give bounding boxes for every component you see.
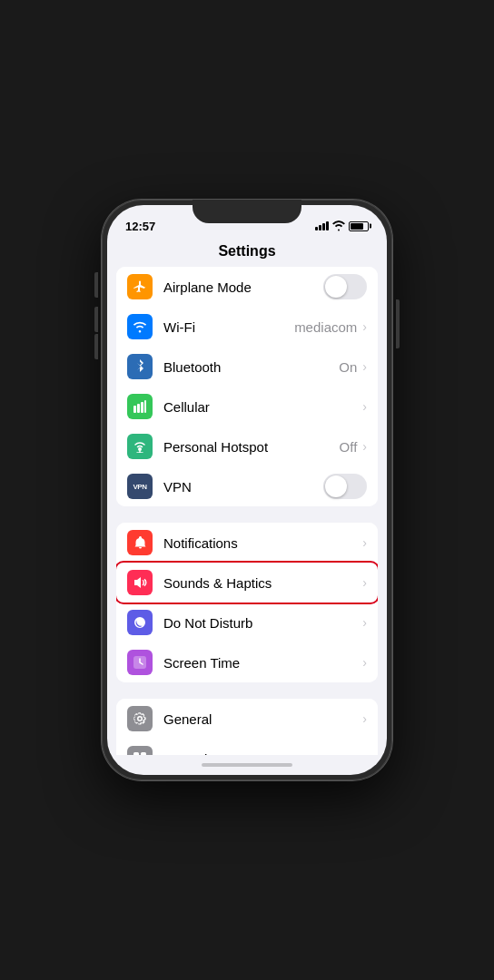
row-bluetooth[interactable]: Bluetooth On › <box>116 347 378 387</box>
sounds-haptics-wrapper: Sounds & Haptics › <box>116 563 378 603</box>
notifications-chevron: › <box>362 535 367 550</box>
wifi-label: Wi-Fi <box>163 319 294 335</box>
personal-hotspot-icon <box>127 434 153 459</box>
cellular-label: Cellular <box>163 399 361 415</box>
phone-screen: 12:57 Settings <box>107 205 387 775</box>
svg-rect-2 <box>141 402 143 413</box>
control-center-chevron: › <box>362 751 367 755</box>
phone-frame: 12:57 Settings <box>102 200 392 780</box>
wifi-value: mediacom <box>294 319 357 335</box>
row-control-center[interactable]: Control Center › <box>116 739 378 755</box>
status-time: 12:57 <box>125 220 155 233</box>
general-chevron: › <box>362 711 367 726</box>
row-do-not-disturb[interactable]: Do Not Disturb › <box>116 603 378 642</box>
vpn-label: VPN <box>163 479 323 495</box>
screen-time-label: Screen Time <box>163 655 361 671</box>
bluetooth-label: Bluetooth <box>163 359 339 375</box>
home-indicator <box>107 755 387 775</box>
svg-rect-1 <box>137 404 140 413</box>
screen-time-chevron: › <box>362 655 367 670</box>
home-bar <box>202 763 292 767</box>
personal-hotspot-value: Off <box>340 439 358 455</box>
bluetooth-chevron: › <box>362 359 367 374</box>
row-wifi[interactable]: Wi-Fi mediacom › <box>116 307 378 347</box>
battery-icon <box>349 221 369 231</box>
personal-hotspot-label: Personal Hotspot <box>163 439 340 455</box>
do-not-disturb-icon <box>127 610 153 635</box>
general-label: General <box>163 711 361 727</box>
vpn-icon: VPN <box>127 474 153 499</box>
cellular-icon <box>127 394 153 419</box>
svg-rect-8 <box>133 752 139 755</box>
row-screen-time[interactable]: Screen Time › <box>116 642 378 682</box>
do-not-disturb-chevron: › <box>362 615 367 630</box>
row-vpn[interactable]: VPN VPN <box>116 466 378 506</box>
bluetooth-value: On <box>339 359 357 375</box>
do-not-disturb-label: Do Not Disturb <box>163 615 361 631</box>
row-personal-hotspot[interactable]: Personal Hotspot Off › <box>116 426 378 466</box>
status-icons <box>315 220 369 231</box>
svg-rect-3 <box>144 400 146 413</box>
row-cellular[interactable]: Cellular › <box>116 387 378 426</box>
airplane-mode-label: Airplane Mode <box>163 279 323 295</box>
wifi-chevron: › <box>362 319 367 334</box>
wifi-row-icon <box>127 314 153 339</box>
notifications-label: Notifications <box>163 535 361 551</box>
control-center-icon <box>127 746 153 755</box>
row-airplane-mode[interactable]: Airplane Mode <box>116 267 378 307</box>
sounds-haptics-label: Sounds & Haptics <box>163 575 361 591</box>
signal-icon <box>315 221 329 230</box>
wifi-icon <box>332 220 345 231</box>
control-center-label: Control Center <box>163 751 361 756</box>
settings-section-3: General › Control Center › <box>116 699 378 755</box>
personal-hotspot-chevron: › <box>362 439 367 454</box>
svg-rect-0 <box>133 406 136 413</box>
cellular-chevron: › <box>362 399 367 414</box>
settings-section-2: Notifications › Sounds & Haptics › <box>116 523 378 682</box>
screen-time-icon <box>127 650 153 675</box>
vpn-toggle[interactable] <box>323 474 367 499</box>
sounds-haptics-chevron: › <box>362 575 367 590</box>
sounds-haptics-icon <box>127 570 153 595</box>
airplane-mode-icon <box>127 274 153 299</box>
general-icon <box>127 706 153 731</box>
airplane-mode-toggle[interactable] <box>323 274 367 299</box>
settings-section-1: Airplane Mode Wi-Fi mediacom › <box>116 267 378 506</box>
bluetooth-icon <box>127 354 153 379</box>
row-sounds-haptics[interactable]: Sounds & Haptics › <box>116 563 378 603</box>
row-notifications[interactable]: Notifications › <box>116 523 378 563</box>
notch <box>193 200 301 223</box>
row-general[interactable]: General › <box>116 699 378 739</box>
notifications-icon <box>127 530 153 555</box>
settings-scroll[interactable]: Airplane Mode Wi-Fi mediacom › <box>107 267 387 755</box>
page-title: Settings <box>107 241 387 267</box>
svg-rect-9 <box>141 752 146 755</box>
